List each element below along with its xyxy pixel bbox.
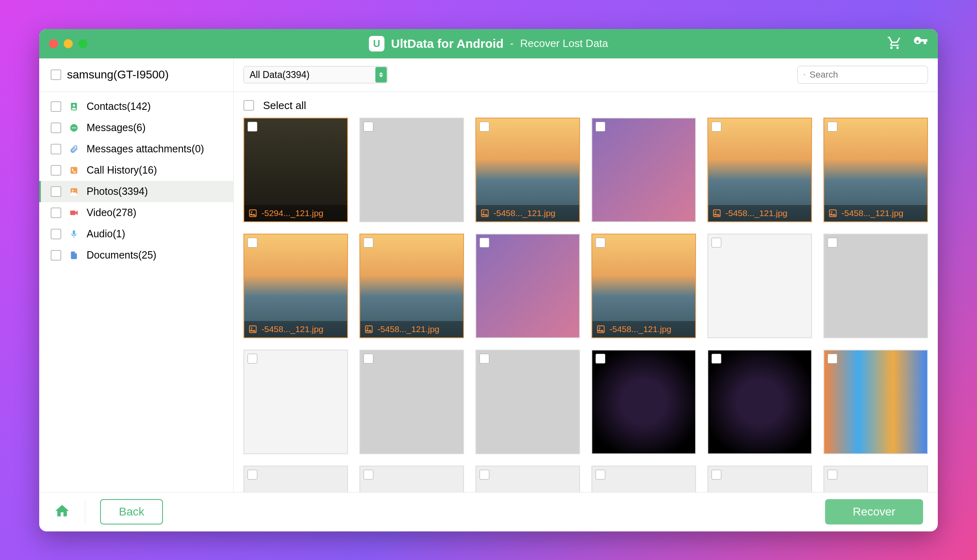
sidebar-item-photo[interactable]: Photos(3394) xyxy=(39,181,233,202)
thumb-checkbox[interactable] xyxy=(828,470,837,480)
cart-icon[interactable] xyxy=(887,36,902,52)
sidebar-item-phone[interactable]: Call History(16) xyxy=(39,160,233,181)
thumbnail[interactable] xyxy=(591,350,696,454)
svg-point-5 xyxy=(75,127,76,128)
thumb-checkbox[interactable] xyxy=(480,122,489,132)
thumbnail[interactable] xyxy=(475,234,580,338)
thumbnail[interactable]: -5458..._121.jpg xyxy=(591,234,696,338)
thumb-checkbox[interactable] xyxy=(364,354,373,364)
thumb-checkbox[interactable] xyxy=(712,238,721,248)
select-all-checkbox[interactable] xyxy=(243,100,254,111)
thumb-checkbox[interactable] xyxy=(248,122,257,132)
thumbnail-grid: -5294..._121.jpg-5458..._121.jpg-5458...… xyxy=(243,118,928,492)
thumbnail[interactable] xyxy=(475,350,580,454)
thumb-filename: -5458..._121.jpg xyxy=(609,324,671,334)
svg-line-11 xyxy=(805,75,805,76)
filter-dropdown[interactable]: All Data(3394) xyxy=(243,66,388,83)
image-icon xyxy=(596,325,605,334)
sidebar-item-message[interactable]: Messages(6) xyxy=(39,117,233,138)
titlebar-actions xyxy=(887,36,928,52)
category-checkbox[interactable] xyxy=(51,186,61,197)
traffic-lights xyxy=(49,39,87,48)
category-checkbox[interactable] xyxy=(51,123,61,133)
divider xyxy=(85,500,85,524)
svg-point-21 xyxy=(251,327,252,329)
thumb-checkbox[interactable] xyxy=(480,238,489,248)
sidebar-item-video[interactable]: Video(278) xyxy=(39,202,233,223)
thumbnail[interactable] xyxy=(823,466,928,492)
device-row[interactable]: samsung(GT-I9500) xyxy=(39,58,233,92)
thumb-checkbox[interactable] xyxy=(712,470,721,480)
sidebar-item-document[interactable]: Documents(25) xyxy=(39,245,233,266)
thumbnail[interactable] xyxy=(359,118,464,222)
image-icon xyxy=(364,325,373,334)
thumb-checkbox[interactable] xyxy=(828,238,837,248)
category-checkbox[interactable] xyxy=(51,101,61,112)
thumbnail[interactable] xyxy=(591,118,696,222)
device-label: samsung(GT-I9500) xyxy=(67,68,169,81)
back-label: Back xyxy=(119,505,144,518)
home-icon xyxy=(54,503,70,519)
thumb-checkbox[interactable] xyxy=(596,470,605,480)
thumb-checkbox[interactable] xyxy=(828,122,837,132)
category-checkbox[interactable] xyxy=(51,165,61,176)
category-checkbox[interactable] xyxy=(51,229,61,239)
thumbnail[interactable]: -5294..._121.jpg xyxy=(243,118,348,222)
thumb-checkbox[interactable] xyxy=(480,354,489,364)
svg-point-23 xyxy=(367,327,368,329)
thumb-checkbox[interactable] xyxy=(248,470,257,480)
minimize-window-button[interactable] xyxy=(64,39,73,48)
thumbnail[interactable] xyxy=(707,350,812,454)
thumbnail[interactable] xyxy=(823,234,928,338)
image-icon xyxy=(248,325,257,334)
thumb-checkbox[interactable] xyxy=(364,470,373,480)
thumbnail[interactable]: -5458..._121.jpg xyxy=(359,234,464,338)
thumb-checkbox[interactable] xyxy=(248,238,257,248)
select-all-row[interactable]: Select all xyxy=(234,92,938,118)
thumbnail[interactable]: -5458..._121.jpg xyxy=(475,118,580,222)
thumb-checkbox[interactable] xyxy=(364,238,373,248)
thumbnail[interactable] xyxy=(359,466,464,492)
thumbnail[interactable]: -5458..._121.jpg xyxy=(243,234,348,338)
close-window-button[interactable] xyxy=(49,39,58,48)
category-checkbox[interactable] xyxy=(51,250,61,261)
key-icon[interactable] xyxy=(913,36,928,52)
search-box[interactable] xyxy=(797,66,928,84)
thumbnail[interactable] xyxy=(707,466,812,492)
sidebar-item-audio[interactable]: Audio(1) xyxy=(39,223,233,245)
thumbnail[interactable] xyxy=(591,466,696,492)
thumbnail[interactable] xyxy=(243,466,348,492)
recover-button[interactable]: Recover xyxy=(825,499,923,524)
thumb-checkbox[interactable] xyxy=(596,122,605,132)
thumbnail[interactable] xyxy=(475,466,580,492)
svg-point-13 xyxy=(251,211,252,213)
image-icon xyxy=(828,209,837,218)
device-checkbox[interactable] xyxy=(51,69,61,80)
thumbnail-scroll[interactable]: -5294..._121.jpg-5458..._121.jpg-5458...… xyxy=(234,118,938,492)
thumb-filename: -5458..._121.jpg xyxy=(377,324,439,334)
category-checkbox[interactable] xyxy=(51,207,61,218)
thumbnail[interactable] xyxy=(243,350,348,454)
thumb-checkbox[interactable] xyxy=(596,354,605,364)
maximize-window-button[interactable] xyxy=(78,39,87,48)
thumbnail[interactable]: -5458..._121.jpg xyxy=(823,118,928,222)
thumb-checkbox[interactable] xyxy=(480,470,489,480)
thumb-checkbox[interactable] xyxy=(712,354,721,364)
thumbnail[interactable] xyxy=(823,350,928,454)
search-input[interactable] xyxy=(810,69,922,80)
home-button[interactable] xyxy=(54,503,70,521)
thumb-checkbox[interactable] xyxy=(828,354,837,364)
thumb-checkbox[interactable] xyxy=(596,238,605,248)
thumbnail[interactable] xyxy=(359,350,464,454)
body: samsung(GT-I9500) Contacts(142)Messages(… xyxy=(39,58,938,492)
thumb-checkbox[interactable] xyxy=(248,354,257,364)
back-button[interactable]: Back xyxy=(100,499,163,524)
thumb-checkbox[interactable] xyxy=(712,122,721,132)
thumbnail[interactable]: -5458..._121.jpg xyxy=(707,118,812,222)
thumbnail[interactable] xyxy=(707,234,812,338)
category-checkbox[interactable] xyxy=(51,144,61,154)
video-icon xyxy=(69,207,79,218)
sidebar-item-attachment[interactable]: Messages attachments(0) xyxy=(39,138,233,160)
thumb-checkbox[interactable] xyxy=(364,122,373,132)
sidebar-item-contact[interactable]: Contacts(142) xyxy=(39,96,233,117)
